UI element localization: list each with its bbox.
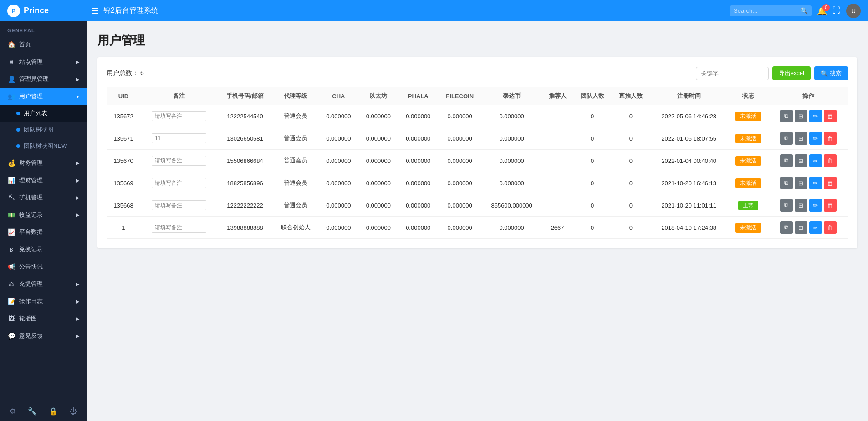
remark-input-field[interactable] xyxy=(152,200,206,210)
sidebar-sub-item-user-list[interactable]: 用户列表 xyxy=(0,105,87,122)
sidebar-footer: ⚙ 🔧 🔒 ⏻ xyxy=(0,401,87,421)
sidebar-item-recharge-manage[interactable]: ⚖ 充提管理 ▶ xyxy=(0,275,87,293)
col-reg-time: 注册时间 xyxy=(650,87,728,105)
cell-remark[interactable] xyxy=(140,217,217,239)
qr-button[interactable]: ⊞ xyxy=(795,132,807,145)
menu-toggle-icon[interactable]: ☰ xyxy=(92,6,99,16)
carousel-icon: 🖼 xyxy=(7,315,15,322)
qr-button[interactable]: ⊞ xyxy=(795,154,807,167)
cell-reg-time: 2022-01-05 18:07:55 xyxy=(650,127,728,150)
sidebar-item-home[interactable]: 🏠 首页 xyxy=(0,36,87,53)
remark-input-field[interactable] xyxy=(152,178,206,188)
notification-bell[interactable]: 🔔 0 xyxy=(817,6,827,16)
sidebar-item-carousel[interactable]: 🖼 轮播图 ▶ xyxy=(0,310,87,327)
copy-button[interactable]: ⧉ xyxy=(780,110,793,122)
delete-button[interactable]: 🗑 xyxy=(824,177,837,189)
qr-button[interactable]: ⊞ xyxy=(795,221,807,234)
cell-uid: 135672 xyxy=(107,105,140,127)
copy-button[interactable]: ⧉ xyxy=(780,221,793,234)
cell-referrer xyxy=(542,150,573,172)
platform-icon: 📈 xyxy=(7,228,15,236)
col-level: 代理等级 xyxy=(273,87,319,105)
cell-status: 正常 xyxy=(728,194,769,217)
cell-remark[interactable] xyxy=(140,194,217,217)
remark-input-field[interactable] xyxy=(152,156,206,166)
delete-button[interactable]: 🗑 xyxy=(824,132,837,145)
sidebar-item-finance-manage[interactable]: 💰 财务管理 ▶ xyxy=(0,154,87,172)
cell-referrer xyxy=(542,194,573,217)
lock-icon[interactable]: 🔒 xyxy=(49,407,58,416)
remark-input-field[interactable] xyxy=(152,133,206,143)
sidebar-item-platform-data[interactable]: 📈 平台数据 xyxy=(0,223,87,241)
cell-usdt: 865600.000000 xyxy=(481,194,541,217)
col-team-count: 团队人数 xyxy=(573,87,612,105)
col-filecoin: FILECOIN xyxy=(438,87,481,105)
search-icon[interactable]: 🔍 xyxy=(800,7,808,15)
cell-cha: 0.000000 xyxy=(319,172,358,194)
sidebar-item-wealth-manage[interactable]: 📊 理财管理 ▶ xyxy=(0,172,87,189)
keyword-input[interactable] xyxy=(696,67,769,80)
sidebar-item-admin-manage[interactable]: 👤 管理员管理 ▶ xyxy=(0,71,87,88)
cell-filecoin: 0.000000 xyxy=(438,194,481,217)
edit-button[interactable]: ✏ xyxy=(809,177,822,189)
feedback-icon: 💬 xyxy=(7,332,15,340)
edit-button[interactable]: ✏ xyxy=(809,221,822,234)
avatar[interactable]: U xyxy=(846,4,861,18)
edit-button[interactable]: ✏ xyxy=(809,110,822,122)
sidebar-item-announce-label: 公告快讯 xyxy=(19,263,43,271)
cell-reg-time: 2021-10-20 16:46:13 xyxy=(650,172,728,194)
remark-input-field[interactable] xyxy=(152,223,206,233)
sidebar-item-log-label: 操作日志 xyxy=(19,297,43,305)
cell-phala: 0.000000 xyxy=(398,194,438,217)
copy-button[interactable]: ⧉ xyxy=(780,154,793,167)
delete-button[interactable]: 🗑 xyxy=(824,110,837,122)
cell-eth: 0.000000 xyxy=(358,127,398,150)
sidebar-sub-item-team-tree-new[interactable]: 团队树状图NEW xyxy=(0,138,87,154)
cell-remark[interactable] xyxy=(140,127,217,150)
qr-button[interactable]: ⊞ xyxy=(795,199,807,212)
search-btn-icon: 🔍 xyxy=(821,70,828,77)
edit-button[interactable]: ✏ xyxy=(809,132,822,145)
cell-referrer: 2667 xyxy=(542,217,573,239)
qr-button[interactable]: ⊞ xyxy=(795,177,807,189)
cell-remark[interactable] xyxy=(140,105,217,127)
copy-button[interactable]: ⧉ xyxy=(780,132,793,145)
copy-button[interactable]: ⧉ xyxy=(780,177,793,189)
col-phala: PHALA xyxy=(398,87,438,105)
cell-actions: ⧉ ⊞ ✏ 🗑 xyxy=(769,217,848,239)
sidebar-sub-item-team-tree[interactable]: 团队树状图 xyxy=(0,122,87,138)
sidebar-item-site-manage[interactable]: 🖥 站点管理 ▶ xyxy=(0,53,87,71)
sidebar-item-exchange-records[interactable]: ₿ 兑换记录 xyxy=(0,241,87,258)
search-button[interactable]: 🔍 搜索 xyxy=(814,66,848,80)
cell-referrer xyxy=(542,127,573,150)
sidebar-item-feedback[interactable]: 💬 意见反馈 ▶ xyxy=(0,327,87,345)
delete-button[interactable]: 🗑 xyxy=(824,199,837,212)
recharge-icon: ⚖ xyxy=(7,280,15,288)
cell-remark[interactable] xyxy=(140,172,217,194)
edit-button[interactable]: ✏ xyxy=(809,154,822,167)
settings-icon[interactable]: ⚙ xyxy=(10,407,16,416)
delete-button[interactable]: 🗑 xyxy=(824,221,837,234)
remark-input-field[interactable] xyxy=(152,111,206,121)
delete-button[interactable]: 🗑 xyxy=(824,154,837,167)
sidebar-item-user-manage[interactable]: 👥 用户管理 ▾ xyxy=(0,88,87,105)
sidebar-item-announcements[interactable]: 📢 公告快讯 xyxy=(0,258,87,275)
chevron-right-icon-7: ▶ xyxy=(76,281,79,287)
copy-button[interactable]: ⧉ xyxy=(780,199,793,212)
cell-cha: 0.000000 xyxy=(319,105,358,127)
expand-icon[interactable]: ⛶ xyxy=(832,6,841,15)
tools-icon[interactable]: 🔧 xyxy=(28,407,37,416)
qr-button[interactable]: ⊞ xyxy=(795,110,807,122)
search-input[interactable] xyxy=(734,7,797,14)
sidebar-item-recharge-label: 充提管理 xyxy=(19,280,43,288)
cell-status: 未激活 xyxy=(728,127,769,150)
sidebar-item-miner-manage[interactable]: ⛏ 矿机管理 ▶ xyxy=(0,189,87,206)
cell-remark[interactable] xyxy=(140,150,217,172)
export-excel-button[interactable]: 导出excel xyxy=(772,66,811,80)
sidebar-item-income-records[interactable]: 💵 收益记录 ▶ xyxy=(0,206,87,223)
sidebar-item-operation-log[interactable]: 📝 操作日志 ▶ xyxy=(0,293,87,310)
cell-actions: ⧉ ⊞ ✏ 🗑 xyxy=(769,150,848,172)
edit-button[interactable]: ✏ xyxy=(809,199,822,212)
cell-team-count: 0 xyxy=(573,194,612,217)
power-icon[interactable]: ⏻ xyxy=(70,407,77,416)
